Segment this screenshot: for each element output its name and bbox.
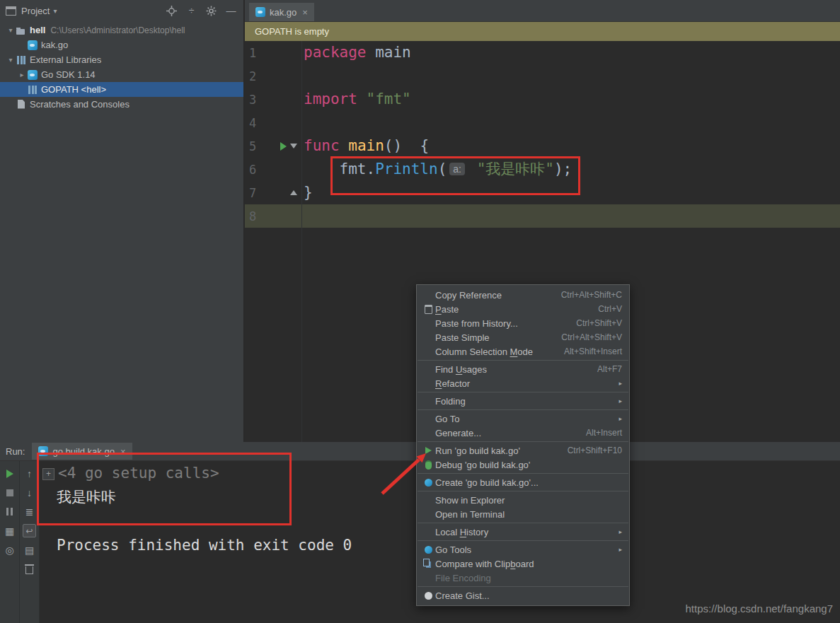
up-icon[interactable]: ↑ <box>23 467 36 480</box>
fold-marker-icon[interactable] <box>290 144 297 149</box>
token: main <box>367 44 411 61</box>
menu-item-create-go-build-kak-go[interactable]: Create 'go build kak.go'... <box>417 475 629 489</box>
code-line-3[interactable]: 3import "fmt" <box>245 88 840 111</box>
debug-icon <box>421 459 435 470</box>
tree-item-label: External Libraries <box>30 54 101 65</box>
hide-icon[interactable]: — <box>224 4 238 18</box>
pause-icon[interactable] <box>3 505 16 518</box>
editor-tabbar: kak.go × <box>245 0 840 22</box>
chevron-down-icon[interactable]: ▾ <box>6 56 16 64</box>
tree-item-gopath-hell[interactable]: GOPATH <hell> <box>0 82 243 97</box>
menu-item-go-to[interactable]: Go To▸ <box>417 412 629 426</box>
code-line-5[interactable]: 5func main() { <box>245 134 840 158</box>
chevron-right-icon[interactable]: ▸ <box>17 71 27 78</box>
menu-item-local-history[interactable]: Local History▸ <box>417 525 629 539</box>
icon-placeholder <box>421 526 435 537</box>
editor-tab-kak-go[interactable]: kak.go × <box>249 3 314 21</box>
gutter <box>272 142 301 151</box>
menu-item-shortcut: Alt+Insert <box>586 428 622 438</box>
project-panel: Project ▾ ÷— ▾hellC:\Users\Administrator… <box>0 0 244 442</box>
stop-icon[interactable] <box>3 486 16 499</box>
fold-marker-icon[interactable] <box>290 190 297 195</box>
tab-label: kak.go <box>270 7 297 18</box>
menu-item-folding[interactable]: Folding▸ <box>417 394 629 408</box>
close-tab-icon[interactable]: × <box>302 7 308 18</box>
down-icon[interactable]: ↓ <box>23 486 36 499</box>
console-text: 我是咔咔 <box>57 489 116 506</box>
token: Println <box>375 161 438 177</box>
menu-item-compare-with-clipboard[interactable]: Compare with Clipboard <box>417 557 629 571</box>
menu-item-debug-go-build-kak-go[interactable]: Debug 'go build kak.go' <box>417 458 629 472</box>
code-line-7[interactable]: 7} <box>245 181 840 204</box>
print-icon[interactable]: ▤ <box>23 543 36 557</box>
menu-item-generate[interactable]: Generate...Alt+Insert <box>417 426 629 440</box>
menu-item-open-in-terminal[interactable]: Open in Terminal <box>417 507 629 521</box>
library-icon <box>27 84 38 95</box>
menu-item-shortcut: Alt+Shift+Insert <box>564 347 622 356</box>
menu-item-run-go-build-kak-go[interactable]: Run 'go build kak.go'Ctrl+Shift+F10 <box>417 443 629 458</box>
code-line-1[interactable]: 1package main <box>245 41 840 64</box>
menu-item-paste-simple[interactable]: Paste SimpleCtrl+Alt+Shift+V <box>417 330 629 344</box>
code-line-8[interactable]: 8 <box>245 204 840 228</box>
collapse-all-icon[interactable]: ÷ <box>185 4 198 18</box>
code-line-4[interactable]: 4 <box>245 111 840 134</box>
console-fold-icon[interactable]: + <box>42 468 54 480</box>
tree-item-scratches-and-consoles[interactable]: Scratches and Consoles <box>0 97 243 112</box>
console-menu-icon[interactable]: ≣ <box>23 505 36 518</box>
submenu-arrow-icon: ▸ <box>619 546 622 553</box>
go-icon <box>421 477 435 488</box>
project-view-selector[interactable]: Project ▾ <box>21 6 57 16</box>
menu-item-show-in-explorer[interactable]: Show in Explorer <box>417 493 629 507</box>
menu-item-shortcut: Ctrl+Alt+Shift+C <box>561 290 622 300</box>
icon-placeholder <box>421 363 435 375</box>
menu-item-find-usages[interactable]: Find UsagesAlt+F7 <box>417 362 629 376</box>
tree-item-hell[interactable]: ▾hellC:\Users\Administrator\Desktop\hell <box>0 23 243 37</box>
run-tab-go-build[interactable]: go build kak.go × <box>32 443 132 460</box>
go-run-config-icon <box>38 446 48 456</box>
menu-item-go-tools[interactable]: Go Tools▸ <box>417 542 629 557</box>
close-run-tab-icon[interactable]: × <box>120 446 126 457</box>
compare-icon <box>421 558 435 569</box>
chevron-down-icon: ▾ <box>53 7 57 15</box>
token: fmt. <box>304 161 375 177</box>
rerun-icon[interactable] <box>3 467 16 480</box>
tree-item-external-libraries[interactable]: ▾External Libraries <box>0 52 243 67</box>
locate-icon[interactable] <box>165 4 178 18</box>
menu-item-label: Go Tools <box>435 545 596 555</box>
menu-separator <box>418 586 628 587</box>
menu-item-column-selection-mode[interactable]: Column Selection ModeAlt+Shift+Insert <box>417 344 629 359</box>
token: import <box>304 91 357 107</box>
menu-item-copy-reference[interactable]: Copy ReferenceCtrl+Alt+Shift+C <box>417 288 629 302</box>
menu-item-label: Copy Reference <box>435 290 548 301</box>
soft-wrap-icon[interactable]: ↩ <box>23 524 36 537</box>
icon-placeholder <box>421 427 435 438</box>
menu-item-label: Compare with Clipboard <box>435 559 609 569</box>
menu-item-refactor[interactable]: Refactor▸ <box>417 376 629 390</box>
menu-item-label: Create 'go build kak.go'... <box>435 477 609 488</box>
line-number: 8 <box>245 209 272 223</box>
icon-placeholder <box>421 318 435 329</box>
pin-icon[interactable]: ◎ <box>3 543 16 557</box>
menu-item-shortcut: Ctrl+Shift+V <box>576 318 622 328</box>
line-number: 7 <box>245 186 272 200</box>
tree-item-go-sdk-1-14[interactable]: ▸Go SDK 1.14 <box>0 67 243 82</box>
watermark: https://blog.csdn.net/fangkang7 <box>686 602 833 615</box>
tree-item-kak-go[interactable]: kak.go <box>0 37 243 52</box>
token: package <box>304 44 367 61</box>
submenu-arrow-icon: ▸ <box>619 415 622 422</box>
token <box>340 137 349 154</box>
run-main-icon[interactable] <box>280 142 287 151</box>
chevron-down-icon[interactable]: ▾ <box>6 26 16 34</box>
menu-item-paste-from-history[interactable]: Paste from History...Ctrl+Shift+V <box>417 316 629 330</box>
menu-item-paste[interactable]: PasteCtrl+V <box>417 302 629 316</box>
code-line-2[interactable]: 2 <box>245 64 840 88</box>
settings-icon[interactable] <box>205 4 218 18</box>
menu-separator <box>418 473 628 474</box>
menu-item-create-gist[interactable]: Create Gist... <box>417 588 629 602</box>
icon-placeholder <box>421 395 435 407</box>
trash-icon[interactable] <box>23 562 36 576</box>
code-line-6[interactable]: 6 fmt.Println(a: "我是咔咔"); <box>245 158 840 181</box>
grid-icon[interactable]: ▦ <box>3 524 16 537</box>
run-label: Run: <box>0 446 32 457</box>
menu-item-label: Paste Simple <box>435 332 548 343</box>
